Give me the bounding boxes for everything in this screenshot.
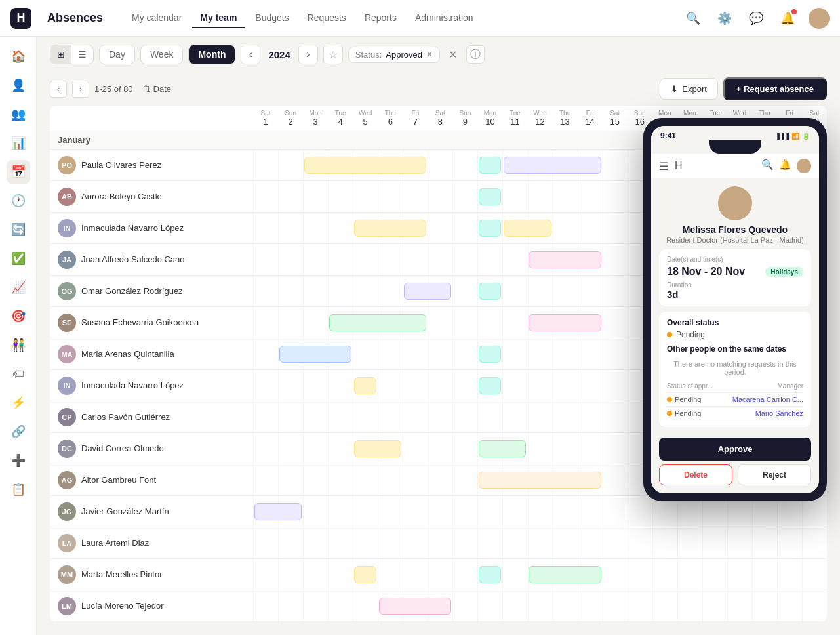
sort-button[interactable]: ⇅ Date	[138, 81, 176, 96]
absence-bar[interactable]	[529, 251, 601, 268]
nav-reports[interactable]: Reports	[357, 9, 405, 28]
day-cell[interactable]	[502, 559, 527, 590]
day-cell[interactable]	[802, 527, 827, 558]
day-cell[interactable]	[253, 401, 278, 432]
day-view-button[interactable]: Day	[99, 45, 135, 64]
day-cell[interactable]	[652, 590, 677, 621]
sidebar-calendar-icon[interactable]: 📅	[7, 160, 30, 184]
day-cell[interactable]	[378, 559, 403, 590]
day-cell[interactable]	[428, 338, 452, 369]
pagination-next-button[interactable]: ›	[72, 81, 89, 98]
absence-bar[interactable]	[354, 377, 376, 394]
day-cell[interactable]	[452, 307, 477, 338]
day-cell[interactable]	[553, 590, 578, 621]
phone-search-icon[interactable]: 🔍	[761, 159, 774, 173]
day-cell[interactable]	[253, 244, 278, 275]
day-cell[interactable]	[253, 338, 278, 369]
day-cell[interactable]	[403, 181, 428, 212]
day-cell[interactable]	[553, 496, 578, 527]
day-cell[interactable]	[603, 401, 628, 432]
day-cell[interactable]	[328, 559, 353, 590]
day-cell[interactable]	[603, 244, 628, 275]
day-cell[interactable]	[777, 590, 802, 621]
day-cell[interactable]	[278, 370, 303, 401]
day-cell[interactable]	[428, 496, 452, 527]
day-cell[interactable]	[578, 213, 603, 243]
day-cell[interactable]	[253, 527, 278, 558]
day-cell[interactable]	[452, 527, 477, 558]
day-cell[interactable]	[278, 276, 303, 306]
help-icon[interactable]: 💬	[746, 8, 767, 29]
day-cell[interactable]	[253, 559, 278, 590]
day-cell[interactable]	[502, 401, 527, 432]
day-cell[interactable]	[603, 307, 628, 338]
day-cell[interactable]	[428, 370, 452, 401]
day-cell[interactable]	[603, 433, 628, 464]
export-button[interactable]: ⬇ Export	[660, 78, 718, 100]
absence-bar[interactable]	[354, 440, 401, 457]
day-cell[interactable]	[278, 433, 303, 464]
absence-bar[interactable]	[354, 566, 376, 583]
phone-delete-button[interactable]: Delete	[659, 464, 732, 485]
day-cell[interactable]	[253, 276, 278, 306]
absence-bar[interactable]	[379, 598, 451, 615]
absence-bar[interactable]	[254, 503, 302, 520]
day-cell[interactable]	[428, 433, 452, 464]
next-period-button[interactable]: ›	[298, 45, 318, 64]
day-cell[interactable]	[428, 181, 452, 212]
day-cell[interactable]	[428, 244, 452, 275]
day-cell[interactable]	[253, 433, 278, 464]
sidebar-analytics-icon[interactable]: 📈	[7, 276, 30, 299]
day-cell[interactable]	[403, 496, 428, 527]
sidebar-users-icon[interactable]: 👫	[7, 333, 30, 357]
day-cell[interactable]	[378, 527, 403, 558]
day-cell[interactable]	[727, 559, 752, 590]
day-cell[interactable]	[677, 590, 702, 621]
day-cell[interactable]	[428, 213, 452, 243]
day-cell[interactable]	[603, 370, 628, 401]
day-cell[interactable]	[652, 559, 677, 590]
settings-icon[interactable]: ⚙️	[714, 8, 735, 29]
absence-bar[interactable]	[479, 220, 501, 237]
absence-bar[interactable]	[479, 472, 601, 489]
absence-bar[interactable]	[329, 314, 426, 331]
day-cell[interactable]	[702, 590, 727, 621]
day-cell[interactable]	[628, 590, 652, 621]
day-cell[interactable]	[553, 401, 578, 432]
absence-bar[interactable]	[479, 157, 501, 174]
absence-bar[interactable]	[479, 440, 526, 457]
calendar-grid-view-button[interactable]: ⊞	[50, 45, 71, 64]
phone-avatar-icon[interactable]	[797, 159, 811, 173]
phone-reject-button[interactable]: Reject	[738, 464, 811, 485]
day-cell[interactable]	[428, 307, 452, 338]
day-cell[interactable]	[528, 401, 553, 432]
nav-my-team[interactable]: My team	[192, 9, 245, 28]
day-cell[interactable]	[578, 370, 603, 401]
day-cell[interactable]	[378, 401, 403, 432]
day-cell[interactable]	[328, 213, 353, 243]
phone-manager-link-1[interactable]: Macarena Carrion C...	[732, 396, 803, 403]
day-cell[interactable]	[378, 370, 403, 401]
day-cell[interactable]	[452, 181, 477, 212]
absence-bar[interactable]	[354, 220, 426, 237]
day-cell[interactable]	[328, 244, 353, 275]
day-cell[interactable]	[253, 181, 278, 212]
day-cell[interactable]	[353, 590, 378, 621]
day-cell[interactable]	[428, 527, 452, 558]
day-cell[interactable]	[578, 496, 603, 527]
day-cell[interactable]	[477, 244, 502, 275]
day-cell[interactable]	[477, 527, 502, 558]
sidebar-clock-icon[interactable]: 🕐	[7, 189, 30, 213]
day-cell[interactable]	[502, 527, 527, 558]
day-cell[interactable]	[378, 496, 403, 527]
day-cell[interactable]	[303, 559, 328, 590]
day-cell[interactable]	[278, 307, 303, 338]
day-cell[interactable]	[403, 559, 428, 590]
request-absence-button[interactable]: + Request absence	[723, 77, 827, 100]
phone-logo-icon[interactable]: H	[675, 160, 683, 173]
absence-bar[interactable]	[504, 220, 551, 237]
day-cell[interactable]	[578, 401, 603, 432]
nav-budgets[interactable]: Budgets	[247, 9, 296, 28]
day-cell[interactable]	[278, 150, 303, 180]
day-cell[interactable]	[603, 150, 628, 180]
